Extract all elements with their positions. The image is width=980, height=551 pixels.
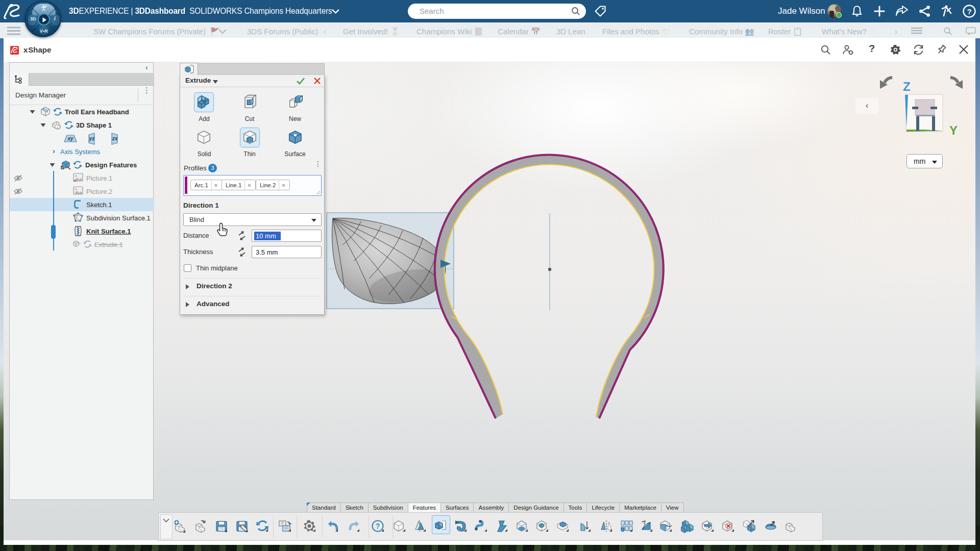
svg-text:?: ? xyxy=(967,7,971,16)
svg-text:zx: zx xyxy=(112,136,118,141)
svg-text:Z: Z xyxy=(903,80,911,93)
svg-text:Y: Y xyxy=(949,123,958,137)
svg-text:xy: xy xyxy=(67,136,74,141)
svg-text:yz: yz xyxy=(89,136,95,141)
svg-text:?: ? xyxy=(376,522,380,530)
